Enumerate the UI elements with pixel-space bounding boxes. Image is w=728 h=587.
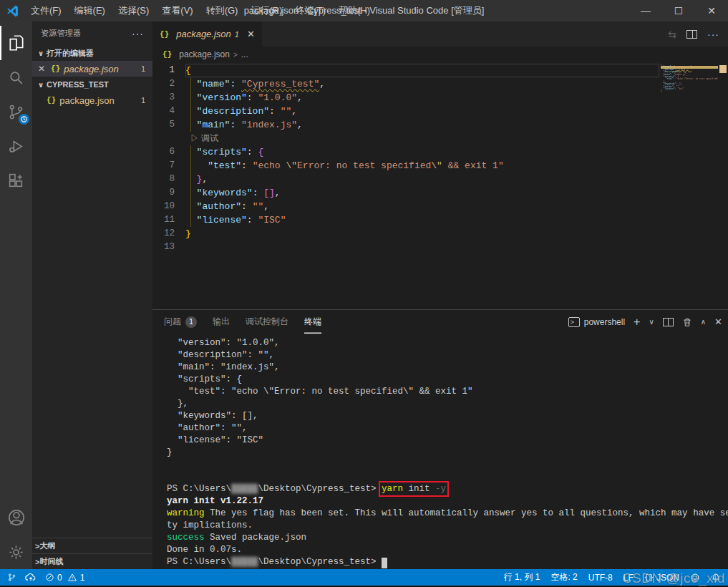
tab-bar: {} package.json 1 ✕ ⇆ ··· [152,21,728,47]
code-line: 9 "keywords": [], [152,186,659,200]
open-changes-icon[interactable]: ⇆ [668,29,676,40]
code-line: 7 "test": "echo \"Error: no test specifi… [152,159,659,173]
problems-status[interactable]: 0 1 [45,573,84,583]
line-number: 2 [152,77,185,91]
line-number: 10 [152,200,185,213]
sync-clock-badge [19,114,29,125]
chevron-right-icon: > [233,51,238,59]
extensions-icon[interactable] [0,163,32,198]
run-debug-icon[interactable] [0,129,32,163]
vscode-window: 文件(F) 编辑(E) 选择(S) 查看(V) 转到(G) 运行(R) 终端(T… [0,0,728,587]
terminal-line: ty implications. [167,520,728,532]
branch-icon[interactable] [7,573,16,582]
search-icon[interactable] [0,60,32,94]
code-line: 12} [152,227,659,241]
outline-section[interactable]: > 大纲 [32,538,152,553]
split-editor-icon[interactable] [686,30,697,39]
vscode-logo [0,5,24,17]
tab-output[interactable]: 输出 [213,310,230,334]
code-line: 2 "name": "Cypress_test", [152,77,659,91]
close-panel-icon[interactable]: ✕ [714,316,722,327]
code-line: 11 "license": "ISC" [152,213,659,227]
terminal-line: "test": "echo \"Error: no test specified… [167,386,728,398]
terminal-line: } [167,447,728,459]
menu-selection[interactable]: 选择(S) [112,0,155,21]
tab-terminal[interactable]: 终端 [304,310,321,334]
terminal-dropdown-icon[interactable]: ∨ [649,318,654,326]
menu-terminal[interactable]: 终端(T) [288,0,332,21]
trash-icon[interactable] [682,317,692,327]
json-braces-icon: {} [47,96,56,105]
csdn-watermark: CSDN @jce_xld [622,571,725,586]
terminal-line: PS C:\Users\▓▓▓▓▓\Desktop\Cypress_test> [167,556,728,568]
menu-run[interactable]: 运行(R) [244,0,288,21]
cursor-position[interactable]: 行 1, 列 1 [504,571,540,583]
new-terminal-icon[interactable]: + [634,316,640,329]
chevron-down-icon: ∨ [35,49,47,57]
tab-debug-console[interactable]: 调试控制台 [246,310,288,334]
code-line: 10 "author": "", [152,200,659,213]
ellipsis-icon[interactable]: ··· [132,28,144,39]
activity-bar [0,21,32,569]
explorer-icon[interactable] [0,26,32,60]
line-number: 11 [152,213,185,227]
problems-badge: 1 [141,64,145,73]
source-control-icon[interactable] [0,94,32,129]
json-braces-icon: {} [162,50,172,59]
code-line: 3 "version": "1.0.0", [152,91,659,105]
terminal-line: }, [167,398,728,410]
timeline-section[interactable]: > 时间线 [32,553,152,569]
ellipsis-icon[interactable]: ··· [707,29,719,40]
minimap-line: } [661,90,718,92]
maximize-icon[interactable]: ☐ [662,0,695,21]
line-number: 12 [152,227,185,241]
close-icon[interactable]: ✕ [695,0,728,21]
menu-go[interactable]: 转到(G) [200,0,245,21]
gear-icon[interactable] [0,535,32,569]
encoding[interactable]: UTF-8 [588,573,613,583]
file-item-package-json[interactable]: {} package.json 1 [32,92,152,108]
code-line: 4 "description": "", [152,105,659,118]
terminal-line: PS C:\Users\▓▓▓▓▓\Desktop\Cypress_test> … [167,483,728,495]
maximize-panel-icon[interactable]: ∧ [701,318,706,326]
warning-marker [719,65,727,73]
close-icon[interactable]: ✕ [247,29,255,39]
menu-edit[interactable]: 编辑(E) [68,0,112,21]
terminal-line: "main": "index.js", [167,362,728,374]
menu-file[interactable]: 文件(F) [24,0,68,21]
breadcrumb[interactable]: {} package.json > ... [152,47,728,62]
menu-help[interactable]: 帮助(H) [332,0,377,21]
json-braces-icon: {} [51,64,60,73]
code-editor[interactable]: 1{2 "name": "Cypress_test",3 "version": … [152,62,728,309]
tab-problems-badge: 1 [235,30,239,39]
menu-view[interactable]: 查看(V) [155,0,199,21]
terminal-line: "version": "1.0.0", [167,337,728,349]
terminal-output[interactable]: "version": "1.0.0", "description": "", "… [152,334,728,569]
problems-count-badge: 1 [185,316,197,328]
minimap[interactable]: { "name": "Cypress_test", "version": "1.… [661,64,718,93]
terminal-line: "keywords": [], [167,410,728,422]
cloud-upload-icon[interactable] [25,573,37,582]
shell-selector[interactable]: powershell [584,317,625,327]
code-line: 1{ [152,64,659,77]
minimize-icon[interactable]: — [629,0,662,21]
title-bar: 文件(F) 编辑(E) 选择(S) 查看(V) 转到(G) 运行(R) 终端(T… [0,0,728,21]
problems-badge: 1 [141,96,145,105]
terminal-line: "scripts": { [167,374,728,386]
tab-problems[interactable]: 问题 1 [164,310,197,334]
code-line: 6 "scripts": { [152,145,659,159]
scrollbar[interactable] [718,62,728,309]
open-editor-item[interactable]: ✕ {} package.json 1 [32,61,152,77]
terminal-line [167,459,728,471]
indentation[interactable]: 空格: 2 [550,571,577,583]
workspace-section[interactable]: ∨ CYPRESS_TEST [32,77,152,92]
close-icon[interactable]: ✕ [38,64,49,74]
tab-package-json[interactable]: {} package.json 1 ✕ [152,21,262,47]
terminal-line [167,471,728,483]
code-line: 8 }, [152,173,659,186]
split-terminal-icon[interactable] [663,318,674,326]
line-number: 8 [152,173,185,186]
line-number: 13 [152,241,185,254]
open-editors-section[interactable]: ∨ 打开的编辑器 [32,45,152,61]
account-icon[interactable] [0,500,32,535]
